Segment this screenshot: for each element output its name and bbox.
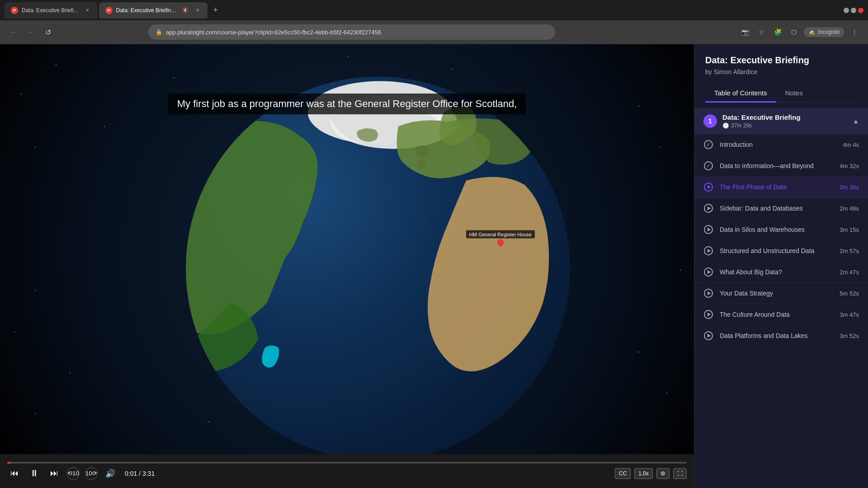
lesson-item-data-info[interactable]: ✓ Data to Information—and Beyond 4m 32s	[694, 155, 868, 177]
play-icon	[708, 228, 711, 231]
current-time: 0:01	[125, 470, 137, 477]
tab-bar: P Data: Executive Briefi... ✕ P Data: Ex…	[0, 0, 868, 20]
window-controls	[844, 8, 863, 13]
pause-button[interactable]: ⏸	[27, 466, 42, 481]
lesson-icon-first-phase	[703, 182, 713, 192]
captions-button[interactable]: CC	[615, 468, 631, 479]
back-button[interactable]: ←	[7, 26, 20, 38]
browser-tab-1[interactable]: P Data: Executive Briefi... ✕	[5, 2, 97, 19]
minimize-button[interactable]	[844, 8, 849, 13]
volume-button[interactable]: 🔊	[103, 466, 118, 481]
play-icon	[708, 334, 711, 338]
check-icon: ✓	[706, 163, 711, 169]
camera-off-icon[interactable]: 📷	[739, 26, 751, 38]
lesson-item-first-phase[interactable]: The First Phase of Data 3m 30s	[694, 177, 868, 198]
forward-10-button[interactable]: 10⟳	[85, 467, 98, 480]
play-icon	[708, 270, 711, 274]
tab-1-label: Data: Executive Briefi...	[22, 7, 78, 14]
video-controls: ⏮ ⏸ ⏭ ⟲10 10⟳ 🔊 0:01 / 3:31 CC 1.0x ⚙ ⛶	[0, 454, 694, 488]
skip-forward-button[interactable]: ⏭	[47, 466, 61, 481]
speed-button[interactable]: 1.0x	[634, 468, 653, 479]
sidebar: Data: Executive Briefing by Simon Allard…	[694, 44, 868, 488]
video-container[interactable]: HM General Register House My first job a…	[0, 44, 694, 454]
module-info: Data: Executive Briefing 🕐 37m 29s	[722, 113, 847, 129]
lesson-icon-culture	[703, 310, 713, 319]
map-pin: HM General Register House	[466, 230, 535, 245]
lesson-item-strategy[interactable]: Your Data Strategy 5m 52s	[694, 283, 868, 304]
lesson-icon-strategy	[703, 288, 713, 298]
lesson-duration-big-data: 2m 47s	[840, 269, 859, 276]
lesson-name-sidebar-db: Sidebar: Data and Databases	[720, 205, 833, 212]
collapse-icon[interactable]: ▲	[853, 117, 859, 125]
lesson-name-introduction: Introduction	[720, 141, 837, 148]
menu-dots-icon[interactable]: ⋮	[848, 26, 861, 38]
lesson-item-sidebar-db[interactable]: Sidebar: Data and Databases 2m 48s	[694, 198, 868, 219]
play-icon	[708, 206, 711, 210]
lesson-icon-introduction: ✓	[703, 140, 713, 150]
lesson-duration-culture: 3m 47s	[840, 311, 859, 318]
tab-table-of-contents[interactable]: Table of Contents	[705, 84, 776, 103]
lesson-item-structured[interactable]: Structured and Unstructured Data 2m 57s	[694, 240, 868, 262]
browser-tab-2[interactable]: P Data: Executive Briefing | Plu... 🔇 ✕	[99, 2, 208, 19]
course-title: Data: Executive Briefing	[705, 55, 857, 66]
course-author: by Simon Allardice	[705, 68, 857, 75]
nav-right-controls: 📷 ☆ 🧩 ⬡ 🕵 Incognito ⋮	[739, 26, 861, 38]
lesson-item-platforms[interactable]: Data Platforms and Data Lakes 3m 52s	[694, 325, 868, 347]
lesson-name-data-info: Data to Information—and Beyond	[720, 162, 833, 169]
lesson-duration-silos: 3m 15s	[840, 226, 859, 233]
lesson-duration-sidebar-db: 2m 48s	[840, 205, 859, 212]
play-icon	[708, 291, 711, 295]
controls-row: ⏮ ⏸ ⏭ ⟲10 10⟳ 🔊 0:01 / 3:31 CC 1.0x ⚙ ⛶	[7, 466, 687, 481]
fullscreen-button[interactable]: ⛶	[673, 468, 687, 479]
new-tab-button[interactable]: +	[209, 4, 222, 17]
browser-chrome: P Data: Executive Briefi... ✕ P Data: Ex…	[0, 0, 868, 44]
controls-right: CC 1.0x ⚙ ⛶	[615, 468, 687, 479]
lesson-duration-strategy: 5m 52s	[840, 290, 859, 297]
extensions-icon[interactable]: 🧩	[771, 26, 784, 38]
total-time: 3:31	[142, 470, 155, 477]
lesson-item-big-data[interactable]: What About Big Data? 2m 47s	[694, 262, 868, 283]
tab-notes[interactable]: Notes	[776, 84, 812, 103]
lesson-name-platforms: Data Platforms and Data Lakes	[720, 332, 833, 339]
lesson-icon-data-info: ✓	[703, 161, 713, 171]
lesson-icon-sidebar-db	[703, 203, 713, 213]
rewind-10-button[interactable]: ⟲10	[67, 467, 80, 480]
lesson-item-culture[interactable]: The Culture Around Data 3m 47s	[694, 304, 868, 325]
time-separator: /	[139, 470, 142, 477]
lesson-name-silos: Data in Silos and Warehouses	[720, 226, 833, 233]
tab-1-close[interactable]: ✕	[84, 7, 91, 14]
mute-icon[interactable]: 🔇	[182, 7, 189, 13]
forward-button[interactable]: →	[24, 26, 37, 38]
skip-back-button[interactable]: ⏮	[7, 466, 22, 481]
play-icon-active	[708, 185, 711, 189]
main-content: ☰	[0, 44, 868, 488]
subtitle-text: My first job as a programmer was at the …	[168, 94, 526, 114]
progress-bar[interactable]	[7, 462, 687, 464]
refresh-button[interactable]: ↺	[42, 26, 54, 38]
lesson-name-strategy: Your Data Strategy	[720, 290, 833, 297]
sidebar-tabs: Table of Contents Notes	[705, 84, 857, 103]
address-bar[interactable]: 🔒 app.pluralsight.com/course-player?clip…	[148, 24, 555, 40]
module-header[interactable]: 1 Data: Executive Briefing 🕐 37m 29s ▲	[694, 108, 868, 134]
play-icon	[708, 249, 711, 253]
settings-button[interactable]: ⚙	[656, 468, 670, 479]
lesson-duration-data-info: 4m 32s	[840, 163, 859, 169]
play-icon	[708, 313, 711, 316]
lesson-icon-platforms	[703, 331, 713, 341]
incognito-label: Incognito	[818, 29, 840, 35]
close-button[interactable]	[858, 8, 863, 13]
maximize-button[interactable]	[851, 8, 856, 13]
tab-2-label: Data: Executive Briefing | Plu...	[116, 7, 179, 14]
lesson-item-silos[interactable]: Data in Silos and Warehouses 3m 15s	[694, 219, 868, 240]
module-name: Data: Executive Briefing	[722, 113, 847, 121]
profile-sync-icon[interactable]: ⬡	[788, 26, 800, 38]
sidebar-header: Data: Executive Briefing by Simon Allard…	[694, 44, 868, 103]
bookmark-icon[interactable]: ☆	[755, 26, 768, 38]
tab-2-close[interactable]: ✕	[194, 7, 201, 14]
map-pin-label: HM General Register House	[466, 230, 535, 238]
module-duration: 🕐 37m 29s	[722, 122, 847, 129]
globe-visualization: HM General Register House	[186, 76, 570, 454]
incognito-badge: 🕵 Incognito	[804, 27, 844, 37]
clock-icon: 🕐	[722, 122, 729, 129]
lesson-item-introduction[interactable]: ✓ Introduction 4m 4s	[694, 134, 868, 155]
